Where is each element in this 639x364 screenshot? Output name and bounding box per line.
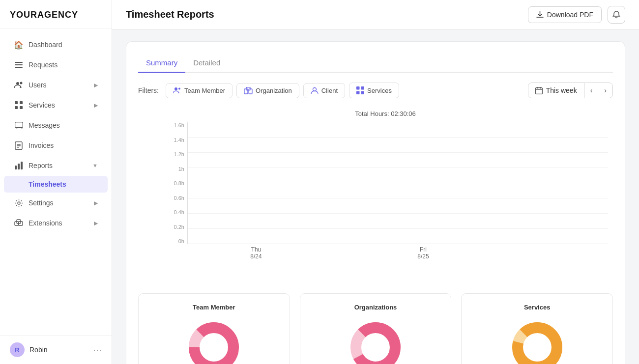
users-icon bbox=[14, 80, 24, 90]
page-title: Timesheet Reports bbox=[126, 9, 214, 20]
chart-plot-area bbox=[187, 122, 608, 244]
sidebar-item-reports[interactable]: Reports ▼ bbox=[4, 156, 108, 175]
svg-rect-1 bbox=[15, 64, 23, 65]
svg-rect-30 bbox=[361, 91, 365, 95]
donut-title-team-member: Team Member bbox=[193, 304, 235, 311]
svg-rect-13 bbox=[17, 147, 19, 148]
sidebar-item-label: Messages bbox=[29, 121, 60, 129]
extensions-icon bbox=[14, 218, 24, 228]
filter-team-member-button[interactable]: Team Member bbox=[166, 83, 232, 98]
download-pdf-button[interactable]: Download PDF bbox=[528, 6, 602, 23]
tab-summary[interactable]: Summary bbox=[138, 54, 185, 73]
svg-rect-14 bbox=[15, 166, 17, 169]
sidebar-item-dashboard[interactable]: 🏠 Dashboard bbox=[4, 35, 108, 55]
more-options-button[interactable]: ⋯ bbox=[93, 344, 102, 355]
content-area: Summary Detailed Filters: Team Member Or… bbox=[112, 29, 639, 364]
y-axis-labels: 1.6h 1.4h 1.2h 1h 0.8h 0.6h 0.4h 0.2h 0h bbox=[163, 122, 184, 244]
sidebar-item-settings[interactable]: Settings ▶ bbox=[4, 193, 108, 213]
svg-rect-2 bbox=[15, 67, 23, 68]
chevron-right-icon: ▶ bbox=[94, 82, 98, 88]
sidebar-item-label: Reports bbox=[29, 162, 53, 169]
y-label: 1h bbox=[178, 166, 184, 172]
donut-title-services: Services bbox=[524, 304, 551, 311]
donut-title-organizations: Organizations bbox=[354, 304, 397, 311]
y-label: 0.2h bbox=[174, 224, 184, 230]
date-next-button[interactable]: › bbox=[598, 83, 612, 98]
bell-icon bbox=[612, 11, 620, 19]
chevron-right-icon: ▶ bbox=[94, 220, 98, 226]
reports-icon bbox=[14, 161, 24, 170]
filter-services-button[interactable]: Services bbox=[349, 83, 399, 98]
sidebar: YOURAGENCY 🏠 Dashboard Requests Users ▶ bbox=[0, 0, 112, 364]
sidebar-item-services[interactable]: Services ▶ bbox=[4, 95, 108, 115]
sidebar-item-label: Requests bbox=[29, 61, 58, 69]
filters-row: Filters: Team Member Organization Client… bbox=[138, 83, 613, 98]
donut-team-member: Team Member bbox=[138, 293, 290, 364]
svg-rect-27 bbox=[356, 86, 360, 90]
notifications-button[interactable] bbox=[608, 6, 625, 24]
requests-icon bbox=[14, 60, 24, 70]
topbar-actions: Download PDF bbox=[528, 6, 625, 24]
sidebar-item-invoices[interactable]: Invoices bbox=[4, 136, 108, 155]
topbar: Timesheet Reports Download PDF bbox=[112, 0, 639, 29]
team-member-filter-icon bbox=[173, 87, 181, 94]
messages-icon bbox=[14, 120, 24, 130]
x-label-thu: Thu 8/24 bbox=[217, 246, 295, 260]
sidebar-item-label: Invoices bbox=[29, 141, 54, 149]
x-label-fri: Fri 8/25 bbox=[384, 246, 463, 260]
svg-rect-12 bbox=[17, 145, 21, 146]
y-label: 0.4h bbox=[174, 209, 184, 215]
sidebar-nav: 🏠 Dashboard Requests Users ▶ Services ▶ bbox=[0, 28, 112, 335]
donut-services: Services bbox=[461, 293, 613, 364]
main-content: Timesheet Reports Download PDF Summary D… bbox=[112, 0, 639, 364]
filter-client-button[interactable]: Client bbox=[303, 83, 345, 98]
organization-filter-icon bbox=[244, 87, 253, 94]
donut-chart-svg-organizations bbox=[346, 318, 405, 364]
y-label: 0h bbox=[178, 238, 184, 244]
y-label: 0.6h bbox=[174, 195, 184, 201]
services-filter-icon bbox=[356, 86, 364, 94]
svg-point-3 bbox=[16, 82, 19, 85]
date-display: This week bbox=[528, 83, 584, 98]
main-card: Summary Detailed Filters: Team Member Or… bbox=[126, 41, 625, 364]
filter-organization-button[interactable]: Organization bbox=[236, 83, 299, 98]
svg-rect-5 bbox=[15, 101, 18, 104]
calendar-icon bbox=[535, 87, 543, 94]
settings-icon bbox=[14, 198, 24, 208]
svg-point-21 bbox=[174, 87, 177, 90]
tab-detailed[interactable]: Detailed bbox=[185, 54, 228, 73]
app-logo: YOURAGENCY bbox=[0, 0, 112, 28]
svg-rect-11 bbox=[17, 144, 21, 145]
sidebar-item-timesheets[interactable]: Timesheets bbox=[4, 176, 108, 193]
svg-rect-0 bbox=[15, 62, 23, 63]
sidebar-item-users[interactable]: Users ▶ bbox=[4, 75, 108, 95]
svg-rect-6 bbox=[20, 101, 23, 104]
sidebar-item-messages[interactable]: Messages bbox=[4, 115, 108, 135]
sidebar-item-label: Dashboard bbox=[29, 41, 62, 49]
date-navigator: This week ‹ › bbox=[528, 83, 613, 98]
svg-rect-8 bbox=[20, 106, 23, 109]
y-label: 1.4h bbox=[174, 137, 184, 143]
sidebar-item-label: Services bbox=[29, 101, 55, 109]
sidebar-item-label: Settings bbox=[29, 199, 54, 207]
svg-point-22 bbox=[178, 88, 180, 90]
svg-rect-16 bbox=[21, 162, 23, 169]
svg-rect-7 bbox=[15, 106, 18, 109]
date-prev-button[interactable]: ‹ bbox=[584, 83, 599, 98]
sidebar-item-requests[interactable]: Requests bbox=[4, 55, 108, 75]
x-axis-labels: Thu 8/24 Fri 8/25 bbox=[187, 244, 608, 260]
chevron-right-icon: ▶ bbox=[94, 200, 98, 206]
bars-container bbox=[188, 122, 608, 244]
y-label: 1.2h bbox=[174, 151, 184, 157]
chevron-right-icon: ▶ bbox=[94, 102, 98, 109]
bar-chart-area: Total Hours: 02:30:06 1.6h 1.4h 1.2h 1h … bbox=[138, 110, 613, 280]
tabs-bar: Summary Detailed bbox=[138, 54, 613, 73]
svg-point-39 bbox=[518, 328, 557, 364]
invoices-icon bbox=[14, 140, 24, 150]
svg-rect-31 bbox=[535, 87, 542, 94]
svg-point-4 bbox=[20, 82, 23, 84]
sidebar-item-extensions[interactable]: Extensions ▶ bbox=[4, 213, 108, 233]
sidebar-sub-item-label: Timesheets bbox=[29, 180, 66, 188]
donut-charts-row: Team Member Organizations bbox=[138, 293, 613, 364]
svg-rect-28 bbox=[361, 86, 365, 90]
